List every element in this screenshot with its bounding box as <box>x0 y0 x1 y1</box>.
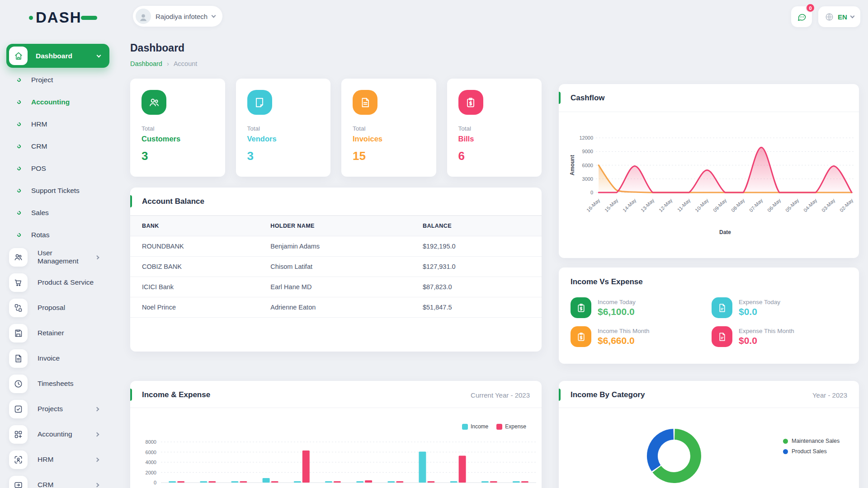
stat-label: Vendors <box>247 135 320 143</box>
sidebar-item-projects[interactable]: Projects <box>6 396 109 422</box>
sidebar-item-invoice[interactable]: Invoice <box>6 346 109 371</box>
table-row: ICICI BankEarl Hane MD$87,823.0 <box>130 277 542 297</box>
svg-text:11-May: 11-May <box>676 197 692 213</box>
grid-plus-icon <box>14 430 23 439</box>
sidebar-item-support-tickets[interactable]: Support Tickets <box>6 179 109 202</box>
sidebar-item-label: CRM <box>31 142 47 150</box>
sidebar-item-pos[interactable]: POS <box>6 157 109 179</box>
metric-value: $0.0 <box>739 335 794 346</box>
sidebar-item-product-service[interactable]: Product & Service <box>6 270 109 295</box>
stat-value: 15 <box>353 149 425 163</box>
brand-name: DASH <box>36 9 82 26</box>
metric-icon-chip <box>712 297 732 318</box>
sidebar-item-label: Projects <box>38 405 63 413</box>
messages-button[interactable]: 0 <box>791 6 812 27</box>
clipboard-dollar-icon <box>465 97 476 108</box>
sidebar-item-hrm[interactable]: HRM <box>6 447 109 472</box>
chevron-right-icon <box>95 483 99 487</box>
sidebar-item-crm[interactable]: CRM <box>6 135 109 157</box>
sidebar-item-hrm[interactable]: HRM <box>6 113 109 135</box>
stat-value: 6 <box>458 149 531 163</box>
person-frame-icon <box>14 455 23 465</box>
sidebar-item-proposal[interactable]: Proposal <box>6 295 109 320</box>
logo-dash-icon <box>81 16 97 20</box>
table-row: COBIZ BANKChisom Latifat$127,931.0 <box>130 257 542 277</box>
legend-item-product-sales: Product Sales <box>783 448 840 455</box>
metric-icon-chip <box>571 297 591 318</box>
sidebar-item-label: POS <box>31 164 46 173</box>
svg-text:6000: 6000 <box>146 450 156 455</box>
table-cell: Benjamin Adams <box>266 236 418 257</box>
table-cell: $192,195.0 <box>418 236 542 257</box>
svg-text:Date: Date <box>719 229 731 235</box>
sidebar-item-label: Sales <box>31 209 49 217</box>
stat-prefix: Total <box>247 125 320 132</box>
svg-text:6000: 6000 <box>582 163 593 168</box>
account-balance-card: Account Balance BANK HOLDER NAME BALANCE… <box>130 188 542 352</box>
sidebar-item-label: Retainer <box>38 329 64 337</box>
metric-icon-chip <box>571 326 591 347</box>
language-selector[interactable]: EN <box>818 6 860 27</box>
table-cell: $51,847.5 <box>418 297 542 318</box>
stat-value: 3 <box>247 149 320 163</box>
workflow-icon <box>14 303 23 313</box>
icon-chip <box>9 273 28 292</box>
card-header: Cashflow <box>559 84 859 112</box>
breadcrumb-separator-icon: › <box>167 60 169 67</box>
sidebar-dashboard-submenu: ProjectAccountingHRMCRMPOSSupport Ticket… <box>6 69 109 246</box>
sidebar-item-label: Rotas <box>31 231 50 239</box>
company-switcher[interactable]: Rajodiya infotech <box>133 6 222 27</box>
income-vs-expense-card: Income Vs Expense Income Today$6,100.0Ex… <box>559 267 859 364</box>
card-header: Income By Category Year - 2023 <box>559 381 859 408</box>
users-icon <box>14 253 23 262</box>
breadcrumb: Dashboard › Account <box>130 60 197 67</box>
breadcrumb-dashboard-link[interactable]: Dashboard <box>130 60 162 67</box>
sidebar-item-rotas[interactable]: Rotas <box>6 224 109 246</box>
sidebar-item-accounting[interactable]: Accounting <box>6 422 109 447</box>
chevron-down-icon <box>97 53 101 57</box>
sidebar-item-retainer[interactable]: Retainer <box>6 320 109 346</box>
sidebar-item-crm[interactable]: CRM <box>6 472 109 488</box>
stat-card-customers: TotalCustomers3 <box>130 79 225 177</box>
sidebar-item-dashboard[interactable]: Dashboard <box>6 44 109 68</box>
table-row: Noel PrinceAdrienne Eaton$51,847.5 <box>130 297 542 318</box>
svg-text:09-May: 09-May <box>712 197 728 213</box>
chevron-right-icon <box>95 457 99 462</box>
table-cell: COBIZ BANK <box>130 257 266 277</box>
stat-label: Invoices <box>353 135 425 143</box>
invoice-icon <box>359 97 371 108</box>
metric-label: Income Today <box>598 299 636 305</box>
note-icon <box>254 97 265 108</box>
bullet-icon <box>16 144 21 149</box>
sidebar-item-timesheets[interactable]: Timesheets <box>6 371 109 396</box>
invoice-icon <box>14 354 23 363</box>
sidebar-item-user-management[interactable]: User Management <box>6 244 109 270</box>
cart-icon <box>14 278 23 287</box>
bullet-icon <box>16 166 21 171</box>
accent-bar <box>130 389 132 401</box>
income-expense-card: Income & Expense Current Year - 2023 Inc… <box>130 381 542 488</box>
cashflow-card: Cashflow 03000600090001200016-May15-May1… <box>559 84 859 258</box>
income-by-category-card: Income By Category Year - 2023 Maintenan… <box>559 381 859 488</box>
icon-chip <box>9 400 28 418</box>
stat-value: 3 <box>142 149 214 163</box>
svg-text:03-May: 03-May <box>821 197 836 213</box>
chart-period-label: Current Year - 2023 <box>471 391 530 399</box>
sidebar-item-sales[interactable]: Sales <box>6 202 109 224</box>
metric-value: $6,660.0 <box>598 335 650 346</box>
home-icon <box>14 51 24 61</box>
stat-prefix: Total <box>458 125 531 132</box>
sidebar-item-accounting[interactable]: Accounting <box>6 91 109 113</box>
svg-text:12000: 12000 <box>579 135 593 141</box>
svg-text:04-May: 04-May <box>802 197 818 213</box>
sidebar-item-project[interactable]: Project <box>6 69 109 91</box>
sidebar-item-label: Dashboard <box>36 52 72 60</box>
card-title: Cashflow <box>571 94 605 103</box>
bullet-icon <box>16 188 21 193</box>
card-title: Income By Category <box>571 390 645 399</box>
sidebar-item-label: HRM <box>38 455 53 464</box>
table-cell: $127,931.0 <box>418 257 542 277</box>
bullet-icon <box>16 232 21 237</box>
home-icon-chip <box>9 47 28 65</box>
svg-text:05-May: 05-May <box>784 197 800 213</box>
